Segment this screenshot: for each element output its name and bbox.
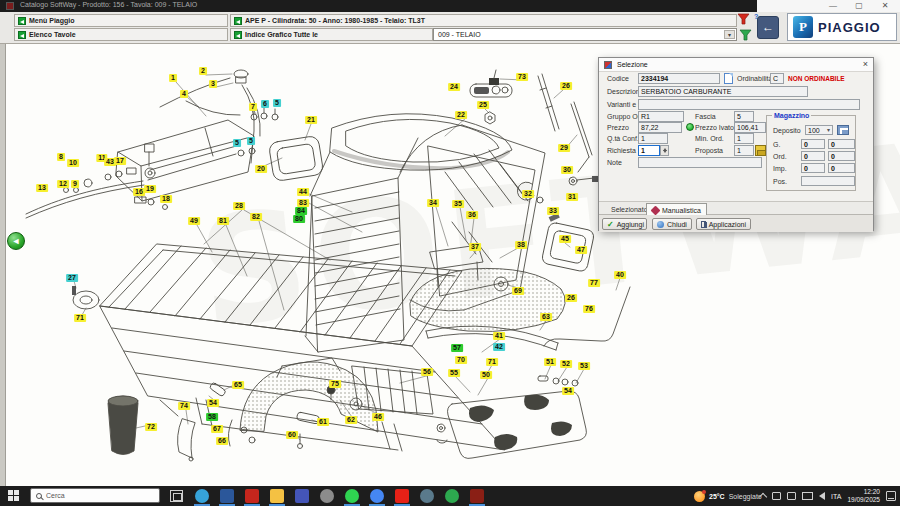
chevron-down-icon[interactable]: ▾: [827, 126, 830, 135]
weather-widget[interactable]: 25°C Soleggiato: [694, 486, 762, 506]
part-callout-2[interactable]: 2: [199, 67, 207, 75]
acrobat-icon[interactable]: [240, 486, 265, 506]
part-callout-24[interactable]: 24: [448, 83, 460, 91]
keyboard-language[interactable]: ITA: [831, 493, 841, 500]
task-view-icon[interactable]: [170, 490, 183, 502]
part-callout-61[interactable]: 61: [317, 418, 329, 426]
clock[interactable]: 12:20 19/09/2025: [847, 488, 880, 504]
part-callout-19[interactable]: 19: [144, 185, 156, 193]
volume-icon[interactable]: [819, 492, 825, 500]
part-callout-75[interactable]: 75: [329, 380, 341, 388]
part-callout-37[interactable]: 37: [469, 243, 481, 251]
part-callout-58[interactable]: 58: [206, 413, 218, 421]
document-icon[interactable]: [724, 73, 733, 84]
tray-app-icon[interactable]: [787, 492, 796, 500]
part-callout-20[interactable]: 20: [255, 165, 267, 173]
aggiungi-button[interactable]: ✓ Aggiungi: [602, 218, 647, 230]
part-callout-1[interactable]: 1: [169, 74, 177, 82]
part-callout-55[interactable]: 55: [448, 369, 460, 377]
part-callout-74[interactable]: 74: [178, 402, 190, 410]
part-callout-71[interactable]: 71: [486, 358, 498, 366]
part-callout-42[interactable]: 42: [493, 343, 505, 351]
part-callout-33[interactable]: 33: [547, 207, 559, 215]
part-callout-46[interactable]: 46: [372, 413, 384, 421]
part-callout-62[interactable]: 62: [345, 416, 357, 424]
dialog-close-icon[interactable]: ×: [863, 59, 868, 69]
part-callout-26[interactable]: 26: [560, 82, 572, 90]
part-callout-18[interactable]: 18: [160, 195, 172, 203]
dialog-titlebar[interactable]: Selezione ×: [599, 58, 873, 72]
part-callout-4[interactable]: 4: [180, 90, 188, 98]
part-callout-31[interactable]: 31: [566, 193, 578, 201]
part-callout-44[interactable]: 44: [297, 188, 309, 196]
part-callout-12[interactable]: 12: [57, 180, 69, 188]
fascia-field[interactable]: 5: [734, 111, 754, 122]
edge-icon[interactable]: [190, 486, 215, 506]
file-explorer-icon[interactable]: [265, 486, 290, 506]
part-callout-45[interactable]: 45: [559, 235, 571, 243]
codice-field[interactable]: 2334194: [638, 73, 720, 84]
part-callout-5[interactable]: 5: [273, 99, 281, 107]
part-callout-10[interactable]: 10: [67, 159, 79, 167]
qta-conf-field[interactable]: 1: [638, 133, 668, 144]
part-callout-73[interactable]: 73: [516, 73, 528, 81]
word-icon[interactable]: [215, 486, 240, 506]
gruppo-field[interactable]: R1: [638, 111, 684, 122]
part-callout-22[interactable]: 22: [455, 111, 467, 119]
photos-icon[interactable]: [415, 486, 440, 506]
part-callout-40[interactable]: 40: [614, 271, 626, 279]
ordinabilita-field[interactable]: C: [770, 73, 784, 84]
part-callout-53[interactable]: 53: [578, 362, 590, 370]
teams-icon[interactable]: [290, 486, 315, 506]
catalog-app-icon[interactable]: [465, 486, 490, 506]
part-callout-81[interactable]: 81: [217, 217, 229, 225]
part-callout-71[interactable]: 71: [74, 314, 86, 322]
part-callout-36[interactable]: 36: [466, 211, 478, 219]
part-callout-7[interactable]: 7: [249, 103, 257, 111]
part-callout-52[interactable]: 52: [560, 360, 572, 368]
part-callout-3[interactable]: 3: [209, 80, 217, 88]
proposta-box-icon[interactable]: [755, 145, 766, 156]
part-callout-63[interactable]: 63: [540, 313, 552, 321]
min-ord-field[interactable]: 1: [734, 133, 754, 144]
pos-field[interactable]: [801, 176, 855, 186]
deposito-grid-icon[interactable]: [837, 125, 849, 135]
part-callout-34[interactable]: 34: [427, 199, 439, 207]
varianti-field[interactable]: [638, 99, 860, 110]
part-callout-41[interactable]: 41: [493, 332, 505, 340]
tab-selezionato[interactable]: Selezionato: [611, 206, 648, 213]
part-callout-83[interactable]: 83: [297, 199, 309, 207]
part-callout-29[interactable]: 29: [558, 144, 570, 152]
part-callout-9[interactable]: 9: [71, 180, 79, 188]
part-callout-80[interactable]: 80: [293, 215, 305, 223]
part-callout-72[interactable]: 72: [145, 423, 157, 431]
descrizione-field[interactable]: SERBATOIO CARBURANTE: [638, 86, 808, 97]
prezzo-ivato-field[interactable]: 106,41: [734, 122, 766, 133]
tray-app-icon[interactable]: [772, 492, 781, 500]
part-callout-25[interactable]: 25: [477, 101, 489, 109]
part-callout-32[interactable]: 32: [522, 190, 534, 198]
part-callout-5[interactable]: 5: [233, 139, 241, 147]
part-callout-47[interactable]: 47: [575, 246, 587, 254]
part-callout-50[interactable]: 50: [480, 371, 492, 379]
note-field[interactable]: [638, 157, 762, 168]
whatsapp-icon[interactable]: [340, 486, 365, 506]
deposito-combobox[interactable]: 100 ▾: [805, 125, 833, 135]
part-callout-66[interactable]: 66: [216, 437, 228, 445]
proposta-field[interactable]: 1: [734, 145, 754, 156]
chiudi-button[interactable]: Chiudi: [652, 218, 692, 230]
part-callout-28[interactable]: 28: [233, 202, 245, 210]
part-callout-27[interactable]: 27: [66, 274, 78, 282]
part-callout-54[interactable]: 54: [562, 387, 574, 395]
chrome-icon[interactable]: [365, 486, 390, 506]
part-callout-70[interactable]: 70: [455, 356, 467, 364]
part-callout-67[interactable]: 67: [211, 425, 223, 433]
richiesta-field[interactable]: 1: [638, 145, 660, 156]
richiesta-spinner-buttons[interactable]: [660, 145, 669, 156]
part-callout-21[interactable]: 21: [305, 116, 317, 124]
part-callout-26[interactable]: 26: [565, 294, 577, 302]
part-callout-5[interactable]: 5: [247, 137, 255, 145]
part-callout-35[interactable]: 35: [452, 200, 464, 208]
network-icon[interactable]: [802, 492, 813, 500]
start-button[interactable]: [8, 490, 21, 502]
